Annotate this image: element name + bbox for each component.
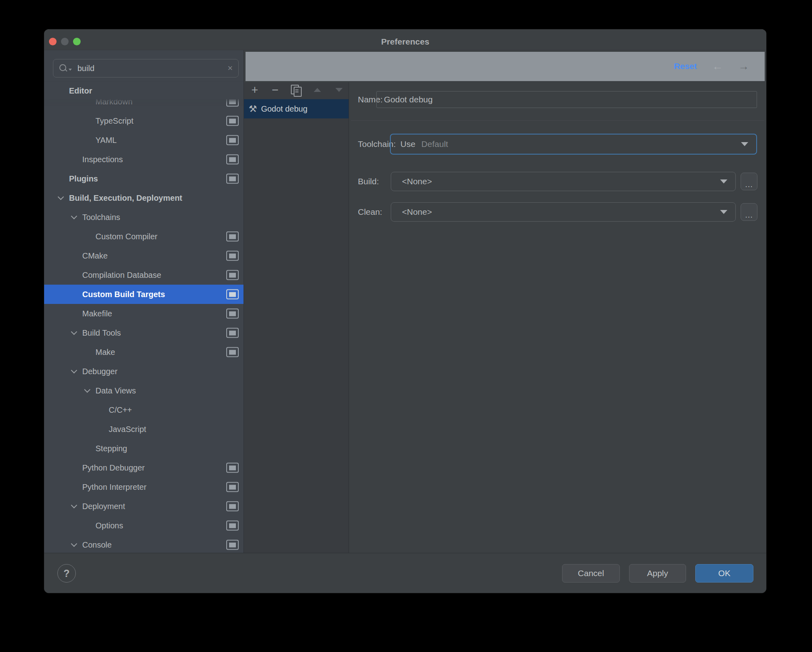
build-select[interactable]: <None> xyxy=(391,172,736,191)
sidebar-item-compilation-database[interactable]: Compilation Database xyxy=(44,265,244,285)
sidebar-item-stepping[interactable]: Stepping xyxy=(44,439,244,458)
sidebar-item-toolchains[interactable]: Toolchains xyxy=(44,208,244,227)
sidebar-item-c-c[interactable]: C/C++ xyxy=(44,400,244,420)
settings-page-icon xyxy=(226,270,239,280)
back-arrow-icon[interactable]: ← xyxy=(712,61,723,72)
settings-page-icon xyxy=(226,463,239,473)
chevron-down-icon[interactable] xyxy=(71,328,77,335)
settings-page-icon xyxy=(226,116,239,126)
sidebar-item-build-execution-deployment[interactable]: Build, Execution, Deployment xyxy=(44,188,244,208)
build-label: Build: xyxy=(358,172,379,191)
sidebar-item-label: Python Debugger xyxy=(82,463,145,473)
settings-search[interactable]: × xyxy=(53,59,239,77)
copy-icon xyxy=(291,85,301,96)
sidebar-item-label: Toolchains xyxy=(82,213,120,222)
form-separator xyxy=(351,120,764,121)
sidebar-item-console[interactable]: Console xyxy=(44,535,244,553)
move-up-button[interactable] xyxy=(311,82,323,98)
sidebar-item-cmake[interactable]: CMake xyxy=(44,246,244,265)
sidebar-sticky-group-editor[interactable]: Editor xyxy=(44,82,244,99)
sidebar-item-yaml[interactable]: YAML xyxy=(44,130,244,150)
search-history-caret-icon[interactable] xyxy=(69,69,72,71)
sidebar-item-label: YAML xyxy=(95,136,117,145)
sidebar-item-deployment[interactable]: Deployment xyxy=(44,497,244,516)
chevron-down-icon xyxy=(720,179,727,183)
remove-target-button[interactable]: − xyxy=(269,82,281,98)
up-arrow-icon xyxy=(314,88,321,92)
sidebar-item-label: Data Views xyxy=(95,386,136,395)
sidebar-item-make[interactable]: Make xyxy=(44,342,244,362)
settings-page-icon xyxy=(226,135,239,145)
sidebar-item-inspections[interactable]: Inspections xyxy=(44,150,244,169)
preferences-window: Preferences × Editor MarkdownTypeScriptY… xyxy=(44,29,766,593)
settings-page-icon xyxy=(226,501,239,511)
cancel-button[interactable]: Cancel xyxy=(562,564,620,583)
ok-button[interactable]: OK xyxy=(695,564,753,583)
settings-page-icon xyxy=(226,540,239,550)
settings-page-icon xyxy=(226,251,239,261)
forward-arrow-icon[interactable]: → xyxy=(738,61,749,72)
minimize-button[interactable] xyxy=(61,38,69,45)
target-item-label: Godot debug xyxy=(261,104,308,114)
chevron-down-icon[interactable] xyxy=(71,213,77,219)
sidebar-item-options[interactable]: Options xyxy=(44,516,244,535)
sidebar-item-custom-build-targets[interactable]: Custom Build Targets xyxy=(44,285,244,304)
settings-page-icon xyxy=(226,232,239,242)
target-settings-form: Name: Toolchain: Use Default Build: <Non… xyxy=(349,82,766,553)
close-button[interactable] xyxy=(49,38,57,45)
chevron-down-icon[interactable] xyxy=(84,386,91,393)
copy-target-button[interactable] xyxy=(290,82,302,98)
help-button[interactable]: ? xyxy=(57,564,76,583)
chevron-down-icon[interactable] xyxy=(71,502,77,508)
sidebar-item-plugins[interactable]: Plugins xyxy=(44,169,244,188)
settings-sidebar: × Editor MarkdownTypeScriptYAMLInspectio… xyxy=(44,50,244,553)
window-controls xyxy=(47,38,81,45)
target-list-item-godot-debug[interactable]: ⚒ Godot debug xyxy=(244,99,349,118)
search-input[interactable] xyxy=(72,64,227,73)
sidebar-item-label: Custom Build Targets xyxy=(82,290,165,299)
add-target-button[interactable]: + xyxy=(249,82,261,98)
sidebar-item-custom-compiler[interactable]: Custom Compiler xyxy=(44,227,244,246)
reset-link[interactable]: Reset xyxy=(674,61,697,71)
move-down-button[interactable] xyxy=(333,82,345,98)
sidebar-item-label: Stepping xyxy=(95,444,127,453)
toolchain-select[interactable]: Use Default xyxy=(390,134,757,155)
sidebar-item-javascript[interactable]: JavaScript xyxy=(44,420,244,439)
chevron-down-icon[interactable] xyxy=(71,367,77,373)
chevron-down-icon[interactable] xyxy=(58,194,64,200)
down-arrow-icon xyxy=(335,88,343,92)
settings-page-icon xyxy=(226,174,239,184)
dialog-footer: ? Cancel Apply OK xyxy=(44,553,766,593)
apply-button[interactable]: Apply xyxy=(629,564,686,583)
clean-label: Clean: xyxy=(358,202,382,222)
sidebar-item-python-interpreter[interactable]: Python Interpreter xyxy=(44,477,244,497)
sidebar-item-label: Makefile xyxy=(82,309,112,318)
sidebar-item-makefile[interactable]: Makefile xyxy=(44,304,244,323)
settings-page-icon xyxy=(226,289,239,300)
build-browse-button[interactable]: ... xyxy=(741,173,757,190)
toolchain-value: Default xyxy=(421,139,448,149)
chevron-down-icon xyxy=(741,142,748,146)
clear-search-icon[interactable]: × xyxy=(227,64,233,73)
sidebar-item-debugger[interactable]: Debugger xyxy=(44,362,244,381)
clean-select[interactable]: <None> xyxy=(391,202,736,222)
clean-browse-button[interactable]: ... xyxy=(741,203,757,221)
build-tools-icon: ⚒ xyxy=(249,104,257,114)
settings-page-icon xyxy=(226,482,239,492)
sidebar-item-typescript[interactable]: TypeScript xyxy=(44,111,244,130)
sidebar-item-build-tools[interactable]: Build Tools xyxy=(44,323,244,342)
sidebar-item-label: TypeScript xyxy=(95,116,133,126)
sidebar-item-label: Build, Execution, Deployment xyxy=(69,194,182,203)
settings-page-icon xyxy=(226,521,239,531)
sidebar-item-label: Python Interpreter xyxy=(82,483,146,492)
sidebar-item-label: Debugger xyxy=(82,367,118,376)
zoom-button[interactable] xyxy=(73,38,81,45)
sidebar-item-python-debugger[interactable]: Python Debugger xyxy=(44,458,244,477)
chevron-down-icon[interactable] xyxy=(71,540,77,547)
sidebar-item-label: Options xyxy=(95,521,123,530)
sidebar-item-label: Custom Compiler xyxy=(95,232,157,241)
name-field[interactable] xyxy=(376,91,757,108)
titlebar: Preferences xyxy=(44,29,766,50)
sidebar-item-data-views[interactable]: Data Views xyxy=(44,381,244,400)
settings-page-icon xyxy=(226,347,239,357)
